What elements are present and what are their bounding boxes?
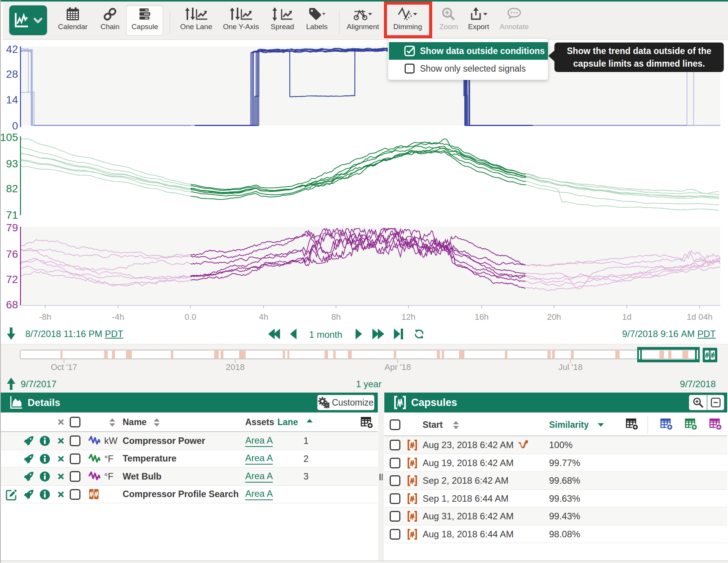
svg-text:Apr '18: Apr '18 [384,362,411,372]
svg-text:Jul '18: Jul '18 [559,362,583,372]
svg-text:2018: 2018 [226,362,245,372]
svg-text:Oct '17: Oct '17 [51,362,77,372]
